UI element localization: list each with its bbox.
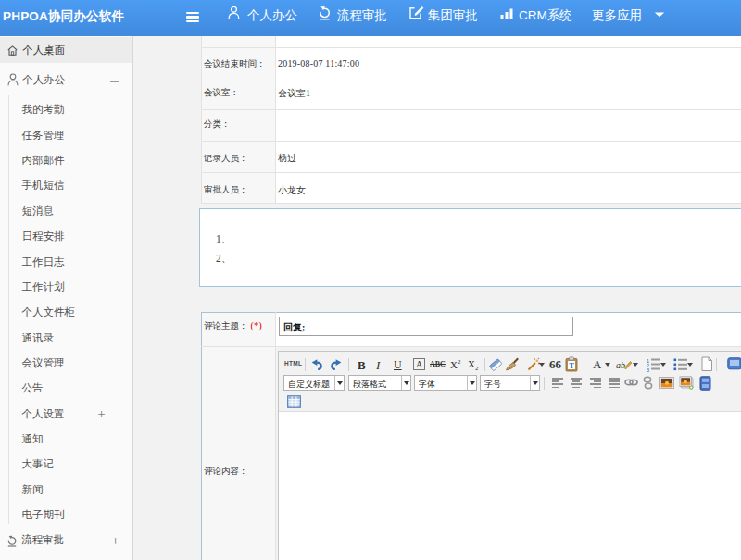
svg-text:3: 3 [647, 367, 649, 373]
svg-text:ab: ab [616, 360, 625, 370]
svg-text:T: T [570, 362, 575, 370]
